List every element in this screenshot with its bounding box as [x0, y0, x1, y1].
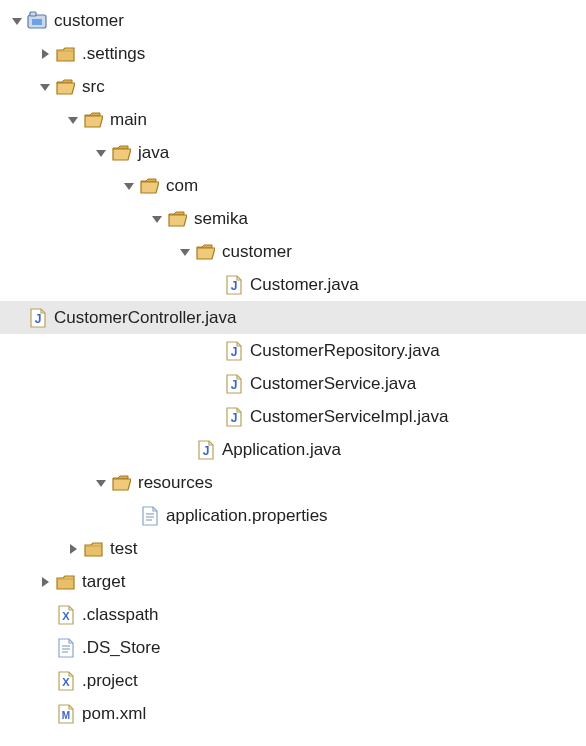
tree-row[interactable]: CustomerServiceImpl.java [10, 400, 586, 433]
folder-icon [54, 43, 76, 65]
java-file-icon [194, 439, 216, 461]
tree-item-label: resources [138, 473, 213, 493]
expand-arrow-down-icon[interactable] [66, 113, 80, 127]
tree-item-label: test [110, 539, 137, 559]
expand-arrow-down-icon[interactable] [10, 14, 24, 28]
tree-row[interactable]: customer [10, 235, 586, 268]
java-file-icon [222, 340, 244, 362]
java-file-icon [222, 373, 244, 395]
folder-open-icon [110, 142, 132, 164]
tree-item-label: CustomerController.java [54, 308, 236, 328]
expand-arrow-down-icon[interactable] [38, 80, 52, 94]
text-file-icon [138, 505, 160, 527]
tree-item-label: Customer.java [250, 275, 359, 295]
tree-item-label: customer [54, 11, 124, 31]
tree-row[interactable]: pom.xml [10, 697, 586, 730]
tree-item-label: semika [194, 209, 248, 229]
expand-arrow-right-icon[interactable] [66, 542, 80, 556]
tree-item-label: pom.xml [82, 704, 146, 724]
folder-icon [82, 538, 104, 560]
tree-item-label: customer [222, 242, 292, 262]
tree-row[interactable]: src [10, 70, 586, 103]
folder-open-icon [166, 208, 188, 230]
xml-file-icon [54, 670, 76, 692]
folder-open-icon [54, 76, 76, 98]
maven-file-icon [54, 703, 76, 725]
folder-open-icon [194, 241, 216, 263]
tree-item-label: com [166, 176, 198, 196]
tree-row[interactable]: customer [10, 4, 586, 37]
tree-item-label: application.properties [166, 506, 328, 526]
xml-file-icon [54, 604, 76, 626]
tree-row[interactable]: target [10, 565, 586, 598]
folder-open-icon [138, 175, 160, 197]
project-icon [26, 10, 48, 32]
tree-row[interactable]: semika [10, 202, 586, 235]
folder-open-icon [82, 109, 104, 131]
tree-row[interactable]: application.properties [10, 499, 586, 532]
tree-row[interactable]: CustomerController.java [0, 301, 586, 334]
java-file-icon [222, 406, 244, 428]
tree-item-label: CustomerRepository.java [250, 341, 440, 361]
project-tree: customer.settingssrcmainjavacomsemikacus… [0, 0, 586, 730]
tree-row[interactable]: .settings [10, 37, 586, 70]
expand-arrow-down-icon[interactable] [94, 146, 108, 160]
tree-row[interactable]: java [10, 136, 586, 169]
tree-item-label: Application.java [222, 440, 341, 460]
tree-item-label: main [110, 110, 147, 130]
tree-row[interactable]: Customer.java [10, 268, 586, 301]
java-file-icon [26, 307, 48, 329]
tree-row[interactable]: .DS_Store [10, 631, 586, 664]
tree-item-label: .project [82, 671, 138, 691]
tree-row[interactable]: main [10, 103, 586, 136]
java-file-icon [222, 274, 244, 296]
expand-arrow-right-icon[interactable] [38, 47, 52, 61]
tree-row[interactable]: .project [10, 664, 586, 697]
tree-row[interactable]: Application.java [10, 433, 586, 466]
tree-item-label: .settings [82, 44, 145, 64]
expand-arrow-right-icon[interactable] [38, 575, 52, 589]
tree-item-label: CustomerService.java [250, 374, 416, 394]
folder-open-icon [110, 472, 132, 494]
tree-item-label: .classpath [82, 605, 159, 625]
tree-row[interactable]: test [10, 532, 586, 565]
tree-row[interactable]: .classpath [10, 598, 586, 631]
folder-icon [54, 571, 76, 593]
expand-arrow-down-icon[interactable] [94, 476, 108, 490]
expand-arrow-down-icon[interactable] [178, 245, 192, 259]
tree-item-label: src [82, 77, 105, 97]
tree-item-label: CustomerServiceImpl.java [250, 407, 448, 427]
tree-row[interactable]: resources [10, 466, 586, 499]
tree-item-label: target [82, 572, 125, 592]
text-file-icon [54, 637, 76, 659]
expand-arrow-down-icon[interactable] [122, 179, 136, 193]
expand-arrow-down-icon[interactable] [150, 212, 164, 226]
tree-item-label: java [138, 143, 169, 163]
tree-row[interactable]: CustomerService.java [10, 367, 586, 400]
tree-row[interactable]: com [10, 169, 586, 202]
tree-item-label: .DS_Store [82, 638, 160, 658]
tree-row[interactable]: CustomerRepository.java [10, 334, 586, 367]
